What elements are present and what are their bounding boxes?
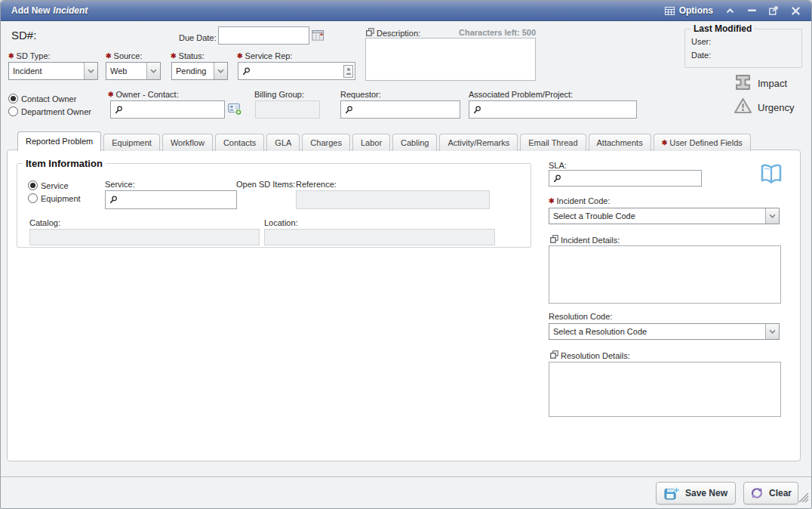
service-rep-search [238, 62, 355, 80]
tab-activity-remarks[interactable]: Activity/Remarks [439, 134, 518, 151]
clear-button[interactable]: Clear [743, 482, 798, 504]
impact-icon[interactable] [734, 73, 752, 91]
chevron-down-icon [146, 63, 160, 79]
add-contact-icon[interactable] [228, 103, 242, 116]
reference-label: Reference: [296, 180, 337, 189]
options-grid-icon [665, 5, 675, 16]
minimize-icon[interactable] [746, 5, 757, 16]
characters-left-text: Characters left: 500 [459, 28, 536, 37]
service-radio-label: Service [41, 181, 69, 190]
tab-cabling[interactable]: Cabling [392, 134, 437, 151]
owner-contact-search [110, 100, 225, 119]
options-label: Options [679, 5, 713, 16]
requestor-label: Requestor: [340, 90, 381, 99]
resize-grip[interactable] [798, 492, 809, 506]
tab-reported-problem[interactable]: Reported Problem [17, 131, 101, 151]
chevron-down-icon [214, 63, 227, 79]
chevron-down-icon [765, 208, 779, 224]
sla-label: SLA: [549, 161, 567, 170]
source-label: ✱Source: [106, 51, 142, 60]
department-owner-radio[interactable] [8, 106, 18, 116]
due-date-input[interactable] [218, 26, 309, 45]
window-title-emphasis: Incident [53, 5, 88, 16]
chevron-down-icon [84, 63, 97, 79]
open-sd-items-label: Open SD Items: [236, 180, 295, 189]
source-select[interactable]: Web [106, 62, 161, 80]
requestor-input[interactable] [355, 104, 458, 115]
sd-type-select[interactable]: Incident [8, 62, 98, 80]
window-title-prefix: Add New [11, 5, 50, 16]
tab-user-defined-fields[interactable]: ✱User Defined Fields [654, 134, 751, 151]
knowledge-book-icon[interactable] [758, 162, 784, 187]
last-modified-date-label: Date: [691, 51, 711, 60]
save-new-button[interactable]: Save New [656, 482, 736, 504]
required-marker: ✱ [108, 91, 114, 98]
location-field [264, 229, 495, 245]
incident-details-popout-icon[interactable] [550, 235, 558, 243]
urgency-label: Urgency [758, 102, 794, 113]
search-icon [109, 196, 118, 204]
incident-details-textarea[interactable] [549, 245, 781, 304]
close-icon[interactable] [790, 5, 801, 16]
description-popout-icon[interactable] [366, 28, 374, 36]
last-modified-fieldset: Last Modified User: Date: [684, 29, 802, 68]
tab-equipment[interactable]: Equipment [103, 134, 160, 151]
search-icon [473, 106, 481, 114]
window-title: Add NewIncident [11, 5, 88, 16]
tab-attachments[interactable]: Attachments [589, 134, 651, 151]
service-radio[interactable] [28, 180, 38, 190]
location-label: Location: [264, 218, 298, 227]
tab-contacts[interactable]: Contacts [215, 134, 264, 151]
impact-label: Impact [758, 78, 787, 89]
tab-workflow[interactable]: Workflow [162, 134, 213, 151]
add-new-incident-window: Add NewIncident Options SD#: D [0, 0, 812, 509]
calendar-icon[interactable] [312, 29, 324, 41]
options-button[interactable]: Options [665, 5, 713, 16]
description-textarea[interactable] [365, 38, 536, 81]
incident-details-label: Incident Details: [561, 236, 620, 245]
clear-label: Clear [769, 488, 792, 498]
required-marker: ✱ [662, 139, 668, 147]
resolution-code-value: Select a Resolution Code [549, 324, 765, 339]
tab-gla[interactable]: GLA [266, 134, 300, 151]
owner-contact-input[interactable] [125, 104, 223, 115]
search-icon [115, 106, 123, 114]
incident-code-select[interactable]: Select a Trouble Code [549, 208, 780, 224]
required-marker: ✱ [549, 197, 555, 205]
titlebar: Add NewIncident Options [1, 1, 811, 21]
reference-field [296, 190, 490, 209]
tab-labor[interactable]: Labor [352, 134, 390, 151]
incident-code-value: Select a Trouble Code [549, 208, 765, 224]
tab-charges[interactable]: Charges [302, 134, 350, 151]
sd-number-label: SD#: [11, 29, 36, 42]
footer-divider [1, 477, 811, 477]
service-rep-label: ✱Service Rep: [237, 51, 293, 60]
popout-window-icon[interactable] [768, 5, 779, 16]
search-icon [553, 174, 561, 183]
tab-email-thread[interactable]: Email Thread [520, 134, 586, 151]
chevron-down-icon [765, 324, 779, 339]
contact-lookup-icon[interactable] [343, 65, 353, 78]
save-new-label: Save New [685, 488, 727, 498]
sla-input[interactable] [564, 173, 700, 184]
resolution-details-textarea[interactable] [549, 362, 781, 417]
description-label: Description: [377, 29, 420, 38]
resolution-details-popout-icon[interactable] [550, 350, 558, 359]
service-search [105, 190, 237, 209]
sd-type-label: ✱SD Type: [8, 51, 51, 60]
save-icon [664, 486, 680, 501]
contact-owner-radio[interactable] [8, 94, 18, 103]
contact-owner-label: Contact Owner [21, 94, 76, 103]
billing-group-field [255, 100, 320, 119]
sd-type-value: Incident [9, 63, 84, 79]
service-input[interactable] [120, 195, 235, 205]
resolution-code-label: Resolution Code: [549, 312, 612, 321]
equipment-radio[interactable] [28, 193, 38, 203]
collapse-icon[interactable] [724, 5, 735, 16]
associated-problem-input[interactable] [484, 104, 635, 115]
urgency-icon[interactable] [734, 97, 752, 115]
resolution-code-select[interactable]: Select a Resolution Code [549, 323, 780, 340]
refresh-icon [750, 487, 764, 499]
service-rep-input[interactable] [253, 66, 343, 76]
status-select[interactable]: Pending [171, 62, 228, 80]
